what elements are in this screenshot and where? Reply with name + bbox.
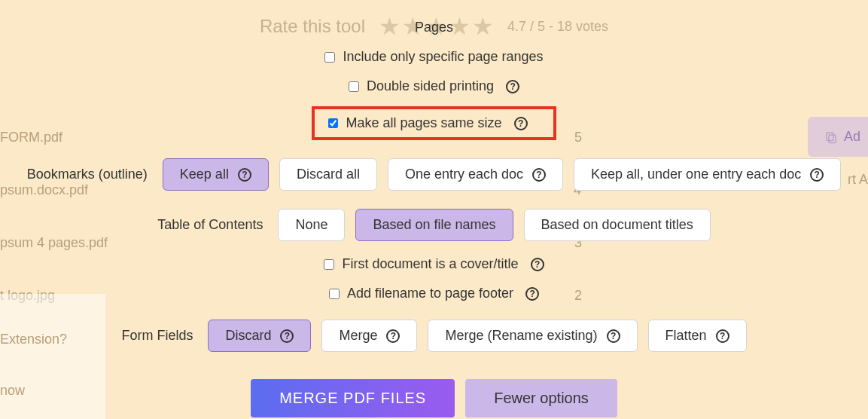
cover-checkbox[interactable] <box>324 259 334 270</box>
fewer-options-button[interactable]: Fewer options <box>465 379 617 417</box>
merge-button[interactable]: MERGE PDF FILES <box>251 379 455 417</box>
form-flatten[interactable]: Flatten ? <box>648 320 747 352</box>
pages-heading: Pages <box>415 20 453 35</box>
form-discard[interactable]: Discard ? <box>208 320 311 352</box>
help-icon[interactable]: ? <box>716 329 729 343</box>
help-icon[interactable]: ? <box>280 329 294 343</box>
footer-label: Add filename to page footer <box>347 286 513 301</box>
opt-label: Flatten <box>665 328 707 344</box>
form-rename[interactable]: Merge (Rename existing) ? <box>428 320 637 352</box>
page-ranges-option[interactable]: Include only specific page ranges <box>324 49 543 65</box>
help-icon[interactable]: ? <box>532 168 546 182</box>
opt-label: Keep all <box>180 167 229 182</box>
toc-none[interactable]: None <box>278 209 345 241</box>
footer-option[interactable]: Add filename to page footer ? <box>329 286 539 301</box>
toc-suboptions: First document is a cover/title ? Add fi… <box>324 256 544 301</box>
bookmarks-label: Bookmarks (outline) <box>27 167 148 182</box>
bookmarks-discard-all[interactable]: Discard all <box>279 158 377 191</box>
form-fields-row: Form Fields Discard ? Merge ? Merge (Ren… <box>121 320 746 352</box>
opt-label: Discard all <box>297 167 360 182</box>
opt-label: Merge (Rename existing) <box>445 328 597 344</box>
form-fields-label: Form Fields <box>121 328 193 344</box>
help-icon[interactable]: ? <box>514 117 528 130</box>
opt-label: Keep all, under one entry each doc <box>591 167 801 182</box>
opt-label: Based on document titles <box>541 217 693 233</box>
help-icon[interactable]: ? <box>386 329 400 343</box>
toc-label: Table of Contents <box>157 217 263 233</box>
opt-label: Discard <box>225 328 271 344</box>
page-ranges-checkbox[interactable] <box>324 52 335 63</box>
help-icon[interactable]: ? <box>810 168 824 182</box>
cover-label: First document is a cover/title <box>342 256 518 272</box>
same-size-highlight: Make all pages same size ? <box>312 106 556 140</box>
footer-checkbox[interactable] <box>329 289 340 299</box>
cover-option[interactable]: First document is a cover/title ? <box>324 256 544 272</box>
action-row: MERGE PDF FILES Fewer options <box>251 379 617 417</box>
help-icon[interactable]: ? <box>525 287 539 301</box>
double-sided-label: Double sided printing <box>367 78 494 94</box>
opt-label: Merge <box>339 328 377 344</box>
bookmarks-keep-under[interactable]: Keep all, under one entry each doc ? <box>574 158 841 191</box>
options-panel: Pages Include only specific page ranges … <box>0 0 868 419</box>
form-merge[interactable]: Merge ? <box>321 320 417 352</box>
toc-titles[interactable]: Based on document titles <box>524 209 711 241</box>
page-ranges-label: Include only specific page ranges <box>343 49 543 65</box>
opt-label: Based on file names <box>373 217 495 233</box>
same-size-checkbox[interactable] <box>328 118 338 128</box>
toc-row: Table of Contents None Based on file nam… <box>157 209 710 241</box>
help-icon[interactable]: ? <box>506 80 519 93</box>
help-icon[interactable]: ? <box>238 168 251 182</box>
help-icon[interactable]: ? <box>607 329 620 343</box>
same-size-label: Make all pages same size <box>346 115 501 131</box>
bookmarks-keep-all[interactable]: Keep all ? <box>163 158 269 191</box>
bookmarks-one-each[interactable]: One entry each doc ? <box>388 158 563 191</box>
opt-label: One entry each doc <box>405 167 523 182</box>
double-sided-checkbox[interactable] <box>349 81 359 92</box>
opt-label: None <box>295 217 327 233</box>
toc-filenames[interactable]: Based on file names <box>355 209 513 241</box>
double-sided-option[interactable]: Double sided printing ? <box>349 78 519 94</box>
bookmarks-row: Bookmarks (outline) Keep all ? Discard a… <box>27 158 841 191</box>
help-icon[interactable]: ? <box>531 258 544 271</box>
